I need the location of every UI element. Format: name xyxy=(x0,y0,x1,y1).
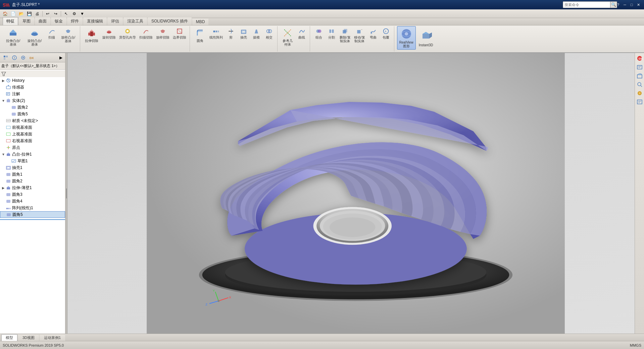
appearance-btn[interactable] xyxy=(636,89,644,97)
tab-surface[interactable]: 曲面 xyxy=(35,17,50,25)
tab-model[interactable]: 模型 xyxy=(1,334,17,341)
new-button[interactable]: 📄 xyxy=(9,10,17,17)
extrude-cut-button[interactable]: 拉伸切除 xyxy=(83,26,100,44)
open-button[interactable]: 📂 xyxy=(17,10,25,17)
tree-item-sensor[interactable]: ▶ 传感器 xyxy=(0,84,65,91)
combine-button[interactable]: 组合 xyxy=(313,26,325,40)
wrap-button[interactable]: A 包覆 xyxy=(380,26,392,40)
dxf-tab[interactable]: DX xyxy=(28,54,36,61)
tree-item-round5[interactable]: ▶ 圆角5 xyxy=(0,111,65,117)
tab-sketch[interactable]: 草图 xyxy=(19,17,34,25)
tree-item-history[interactable]: ▶ History xyxy=(0,77,65,84)
tree-arrow-solid-body: ▼ xyxy=(1,99,5,103)
shell-button[interactable]: 抽壳 xyxy=(238,26,250,40)
svg-rect-44 xyxy=(4,58,5,60)
fillet4-label: 圆角4 xyxy=(12,198,22,204)
extrude-boss-button[interactable]: 拉伸凸台/基体 xyxy=(3,26,23,48)
trim-button[interactable]: 剪 xyxy=(225,26,237,40)
move-copy-body-button[interactable]: → 移动/复制实体 xyxy=(353,26,366,44)
ref-geometry-button[interactable]: 参考几何体 xyxy=(280,26,295,48)
loft-boss-button[interactable]: 放样凸台/基体 xyxy=(58,26,78,44)
config-tab[interactable] xyxy=(19,54,27,61)
tree-item-fillet3[interactable]: ▶ 圆角3 xyxy=(0,191,65,198)
sketch1-icon xyxy=(11,158,17,164)
tree-item-fillet4[interactable]: ▶ 圆角4 xyxy=(0,198,65,205)
hole-wizard-button[interactable]: 异型孔向导 xyxy=(118,26,137,40)
draft-button[interactable]: 拔模 xyxy=(250,26,262,40)
tab-evaluate[interactable]: 评估 xyxy=(107,17,123,25)
fillet-button[interactable]: 圆角 xyxy=(193,26,207,44)
svg-rect-62 xyxy=(12,113,16,116)
property-tab[interactable] xyxy=(11,54,18,61)
tree-item-right-plane[interactable]: ▶ 右视基准面 xyxy=(0,137,65,144)
boss-loft1-label: 凸台-拉伸1 xyxy=(12,152,32,157)
options-button[interactable]: ⚙ xyxy=(70,10,78,17)
loft-cut-button[interactable]: 放样切除 xyxy=(155,26,171,40)
close-button[interactable]: ✕ xyxy=(635,2,641,8)
instant3d-icon xyxy=(419,29,433,43)
tree-end-marker xyxy=(0,219,65,220)
tree-item-boss-loft1[interactable]: ▼ 凸台-拉伸1 xyxy=(0,151,65,158)
revolve-boss-button[interactable]: 旋转凸台/基体 xyxy=(24,26,45,48)
tree-item-sketch1[interactable]: ▶ 草图1 xyxy=(0,158,65,164)
tree-item-boss-thin1[interactable]: ▶ 拉伸-薄壁1 xyxy=(0,184,65,191)
home-button[interactable]: 🏠 xyxy=(1,10,9,17)
intersect-button[interactable]: 相交 xyxy=(263,26,275,40)
tree-item-fillet1[interactable]: ▶ 圆角1 xyxy=(0,171,65,178)
feature-tree-tab[interactable] xyxy=(2,54,9,61)
tree-item-annotation[interactable]: ▶ 注解 xyxy=(0,91,65,97)
tab-motion[interactable]: 运动算例1 xyxy=(40,334,65,341)
svg-text:SW: SW xyxy=(638,57,643,60)
tab-mbd[interactable]: MBD xyxy=(192,18,209,25)
split-button[interactable]: 分割 xyxy=(326,26,338,40)
redo-button[interactable]: ↪ xyxy=(52,10,59,17)
realview-button[interactable]: RealView图形 xyxy=(397,26,416,50)
instant3d-button[interactable]: Instant3D xyxy=(416,26,436,50)
more-button[interactable]: ▼ xyxy=(79,10,86,17)
save-button[interactable]: 💾 xyxy=(26,10,33,17)
select-button[interactable]: ↖ xyxy=(62,10,70,17)
wrap-icon: A xyxy=(382,27,390,35)
fillet3-icon xyxy=(5,192,11,197)
restore-button[interactable]: □ xyxy=(629,2,635,8)
tree-item-origin[interactable]: ▶ 原点 xyxy=(0,144,65,151)
tree-item-front-plane[interactable]: ▶ 前视基准面 xyxy=(0,124,65,131)
tree-item-fillet2[interactable]: ▶ 圆角2 xyxy=(0,178,65,184)
sweep-cut-button[interactable]: 扫描切除 xyxy=(138,26,154,40)
tree-item-solid-body[interactable]: ▼ 实体(2) xyxy=(0,97,65,104)
tree-item-material[interactable]: ▶ MAT 材质 <未指定> xyxy=(0,117,65,124)
tab-render[interactable]: 渲染工具 xyxy=(123,17,147,25)
print-button[interactable]: 🖨 xyxy=(34,10,41,17)
revolve-cut-button[interactable]: 旋转切除 xyxy=(101,26,117,40)
curves-button[interactable]: 曲线 xyxy=(296,26,308,40)
undo-button[interactable]: ↩ xyxy=(44,10,51,17)
tree-item-pattern1[interactable]: ▶ 阵列(线性)1 xyxy=(0,205,65,211)
sweep-button[interactable]: 扫描 xyxy=(46,26,58,40)
minimize-button[interactable]: ─ xyxy=(622,2,628,8)
solidworks-resources-btn[interactable]: SW xyxy=(636,54,644,62)
tab-direct-edit[interactable]: 直接编辑 xyxy=(83,17,107,25)
tab-feature[interactable]: 特征 xyxy=(3,17,18,25)
tab-3d-view[interactable]: 3D视图 xyxy=(18,334,39,341)
file-explorer-btn[interactable] xyxy=(636,72,644,80)
design-library-btn[interactable] xyxy=(636,63,644,71)
flex-button[interactable]: 弯曲 xyxy=(367,26,379,40)
tree-item-top-plane[interactable]: ▶ 上视基准面 xyxy=(0,131,65,137)
tab-weldments[interactable]: 焊件 xyxy=(67,17,83,25)
linear-pattern-button[interactable]: 线性阵列 xyxy=(208,26,224,40)
search-button[interactable]: 🔍 xyxy=(610,2,617,8)
tree-item-shell1[interactable]: ▶ 抽壳1 xyxy=(0,164,65,171)
3d-viewport[interactable]: ⌂ 🔍 🔍 👁 ⊡ ▭ ◫ ■ ▣ 🎨 🌐 ✨ ◐ 📷 xyxy=(67,53,644,334)
titlebar: SW 盘子.SLDPRT * 🔍 👤 ? ─ □ ✕ xyxy=(0,0,644,9)
panel-expand-arrow[interactable]: ▶ xyxy=(58,54,63,61)
search-input[interactable] xyxy=(563,2,610,8)
trim-label: 剪 xyxy=(229,36,233,39)
delete-copy-body-button[interactable]: 删除/复制实体 xyxy=(338,26,352,44)
tree-item-round2[interactable]: ▶ 圆角2 xyxy=(0,104,65,111)
custom-properties-btn[interactable] xyxy=(636,98,644,106)
tab-addins[interactable]: SOLIDWORKS 插件 xyxy=(148,17,192,25)
boundary-cut-button[interactable]: 边界切除 xyxy=(171,26,188,40)
search-btn[interactable] xyxy=(636,80,644,89)
tab-sheet-metal[interactable]: 钣金 xyxy=(51,17,66,25)
tree-item-fillet5[interactable]: ▶ 圆角5 xyxy=(0,211,65,218)
